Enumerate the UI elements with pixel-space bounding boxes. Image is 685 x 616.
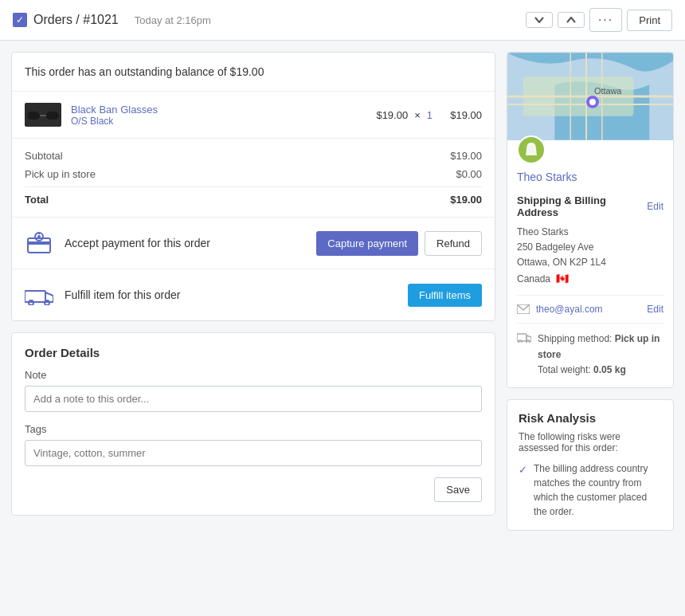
risk-analysis-card: Risk Analysis The following risks were a…: [507, 399, 674, 531]
risk-analysis-title: Risk Analysis: [519, 411, 662, 425]
breadcrumb: Orders / #1021: [33, 13, 119, 27]
subtotal-row: Subtotal $19.00: [25, 147, 482, 165]
note-label: Note: [25, 369, 482, 381]
order-details-card: Order Details Note Tags Save: [11, 332, 495, 516]
shipping-method-row: Shipping method: Pick up in store Total …: [517, 332, 663, 378]
svg-point-23: [589, 99, 596, 105]
quantity-link[interactable]: 1: [427, 109, 433, 121]
svg-text:Ottawa: Ottawa: [594, 86, 622, 96]
payment-action-text: Accept payment for this order: [65, 237, 305, 249]
shopify-icon: [523, 141, 540, 159]
map-image: Ottawa: [507, 53, 673, 140]
payment-action-row: Accept payment for this order Capture pa…: [12, 217, 495, 269]
nav-down-button[interactable]: [526, 12, 553, 28]
product-info: Black Ban Glasses O/S Black: [71, 104, 366, 127]
tags-input[interactable]: [25, 440, 482, 466]
pickup-row: Pick up in store $0.00: [25, 165, 482, 183]
order-totals: Subtotal $19.00 Pick up in store $0.00 T…: [12, 139, 495, 217]
svg-point-9: [37, 235, 41, 238]
fulfill-action-buttons: Fulfill items: [408, 284, 482, 307]
product-pricing: $19.00 × 1: [376, 109, 433, 121]
customer-email[interactable]: theo@ayal.com: [536, 304, 640, 315]
chevron-up-icon: [566, 17, 576, 23]
svg-rect-0: [27, 112, 40, 120]
email-edit-link[interactable]: Edit: [647, 304, 663, 315]
canada-flag-icon: 🇨🇦: [556, 271, 569, 288]
product-name[interactable]: Black Ban Glasses: [71, 104, 366, 116]
risk-item: ✓ The billing address country matches th…: [519, 461, 662, 519]
product-image: [25, 103, 61, 127]
fulfill-action-row: Fulfill item for this order Fulfill item…: [12, 269, 495, 320]
fulfill-icon: [25, 281, 53, 309]
shipping-billing-header: Shipping & Billing Address Edit: [517, 194, 663, 218]
header-left: ✓ Orders / #1021 Today at 2:16pm: [13, 13, 211, 27]
svg-rect-6: [28, 241, 50, 245]
refund-button[interactable]: Refund: [425, 231, 482, 256]
customer-info: Theo Starks Shipping & Billing Address E…: [507, 140, 673, 387]
right-column: Ottawa Theo Starks Shipping & Bil: [507, 52, 674, 531]
save-button[interactable]: Save: [434, 477, 482, 502]
main-layout: This order has an outstanding balance of…: [0, 41, 685, 542]
order-checkbox[interactable]: ✓: [13, 13, 27, 27]
chevron-down-icon: [534, 17, 544, 23]
customer-card: Ottawa Theo Starks Shipping & Bil: [507, 52, 674, 388]
svg-rect-10: [25, 291, 45, 302]
map-area: Ottawa: [507, 53, 673, 140]
customer-avatar: [517, 135, 546, 164]
payment-action-buttons: Capture payment Refund: [316, 231, 482, 256]
svg-rect-1: [46, 112, 59, 120]
divider-1: [517, 295, 663, 296]
product-line-total: $19.00: [442, 109, 482, 121]
address-edit-link[interactable]: Edit: [647, 201, 663, 212]
left-column: This order has an outstanding balance of…: [11, 52, 495, 516]
customer-address: Theo Starks 250 Badgeley Ave Ottawa, ON …: [517, 225, 663, 287]
email-icon: [517, 304, 530, 314]
glasses-icon: [27, 109, 59, 120]
email-row: theo@ayal.com Edit: [517, 304, 663, 315]
shipping-icon: [517, 332, 531, 343]
tags-label: Tags: [25, 423, 482, 435]
capture-payment-button[interactable]: Capture payment: [316, 231, 418, 256]
order-timestamp: Today at 2:16pm: [135, 14, 211, 26]
shipping-billing-label: Shipping & Billing Address: [517, 194, 647, 218]
customer-name[interactable]: Theo Starks: [517, 171, 663, 183]
order-summary-card: This order has an outstanding balance of…: [11, 52, 495, 321]
nav-up-button[interactable]: [558, 12, 585, 28]
print-button[interactable]: Print: [627, 10, 672, 31]
fulfill-items-button[interactable]: Fulfill items: [408, 284, 482, 307]
save-row: Save: [25, 477, 482, 502]
page-header: ✓ Orders / #1021 Today at 2:16pm ··· Pri…: [0, 0, 685, 41]
note-input[interactable]: [25, 386, 482, 412]
order-item-row: Black Ban Glasses O/S Black $19.00 × 1 $…: [12, 92, 495, 139]
order-details-title: Order Details: [25, 346, 482, 359]
address-country: Canada 🇨🇦: [517, 271, 663, 288]
svg-rect-25: [517, 334, 526, 341]
order-alert: This order has an outstanding balance of…: [12, 53, 495, 92]
grand-total-row: Total $19.00: [25, 186, 482, 209]
fulfill-action-text: Fulfill item for this order: [65, 288, 397, 301]
risk-analysis-description: The following risks were assessed for th…: [519, 431, 662, 453]
header-actions: ··· Print: [526, 8, 672, 32]
more-options-button[interactable]: ···: [589, 8, 622, 32]
divider-2: [517, 323, 663, 324]
product-variant: O/S Black: [71, 116, 366, 127]
shipping-details: Shipping method: Pick up in store Total …: [538, 332, 663, 378]
payment-icon: [25, 229, 53, 257]
check-icon: ✓: [519, 462, 527, 478]
